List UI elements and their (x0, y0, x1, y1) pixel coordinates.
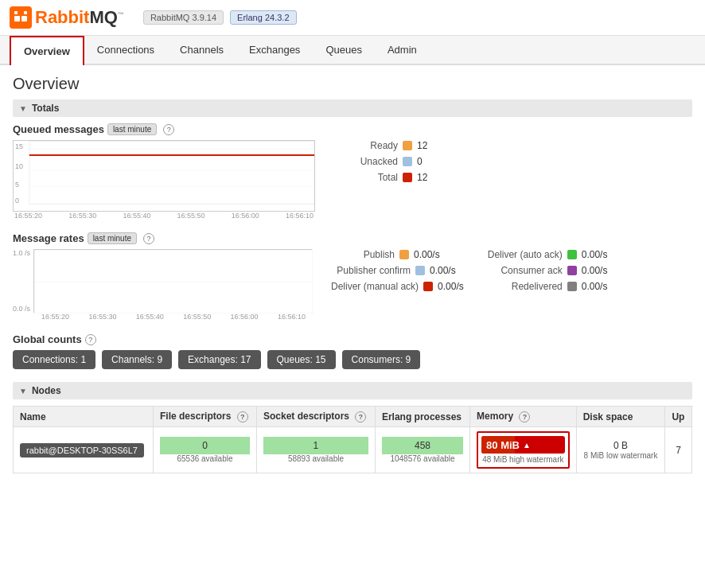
message-rates-label: Message rates (13, 232, 84, 244)
erlang-version-badge: Erlang 24.3.2 (230, 10, 296, 25)
file-descriptors-help-icon[interactable]: ? (237, 411, 248, 423)
queued-messages-stats: 15 10 5 0 16:55:20 (13, 140, 692, 220)
connections-count-badge[interactable]: Connections: 1 (13, 350, 95, 369)
nav-item-queues[interactable]: Queues (313, 36, 375, 64)
message-rates-time-badge[interactable]: last minute (88, 232, 137, 244)
message-rates-stats: 1.0 /s 0.0 /s 16:55:20 16:55:30 16:55:40 (13, 249, 692, 321)
disk-space-cell: 0 B 8 MiB low watermark (576, 427, 665, 473)
legend-label-publisher-confirm: Publisher confirm (331, 265, 411, 276)
col-memory: Memory ? (470, 407, 577, 427)
nodes-title: Nodes (32, 385, 61, 396)
erlang-processes-available: 1048576 available (382, 454, 463, 463)
memory-bar-text: 80 MiB (486, 439, 520, 451)
y-label-bottom: 0.0 /s (13, 305, 30, 313)
node-name-badge: rabbit@DESKTOP-30SS6L7 (20, 443, 144, 458)
table-row: rabbit@DESKTOP-30SS6L7 0 65536 available… (14, 427, 692, 473)
legend-item-redelivered: Redelivered 0.00/s (483, 281, 610, 292)
memory-cell: 80 MiB ▲ 48 MiB high watermark (470, 427, 577, 473)
message-rates-chart (33, 249, 312, 313)
legend-dot-redelivered (567, 282, 577, 291)
legend-value-unacked: 0 (417, 156, 423, 167)
message-rates-chart-container: 1.0 /s 0.0 /s 16:55:20 16:55:30 16:55:40 (13, 249, 312, 321)
file-descriptors-available: 65536 available (160, 454, 250, 463)
message-rates-legend-left: Publish 0.00/s Publisher confirm 0.00/s … (331, 249, 464, 292)
nav-item-admin[interactable]: Admin (375, 36, 430, 64)
uptime-value: 7 (676, 445, 681, 456)
legend-dot-deliver-manual (423, 282, 433, 291)
global-counts-label-row: Global counts ? (13, 333, 692, 345)
legend-value-deliver-manual: 0.00/s (438, 281, 464, 292)
nav-item-exchanges[interactable]: Exchanges (236, 36, 313, 64)
legend-item-publish: Publish 0.00/s (331, 249, 464, 260)
socket-descriptors-value: 1 (263, 437, 368, 454)
channels-count-badge[interactable]: Channels: 9 (102, 350, 172, 369)
nodes-table-body: rabbit@DESKTOP-30SS6L7 0 65536 available… (14, 427, 692, 473)
queued-messages-help-icon[interactable]: ? (163, 124, 174, 135)
global-counts-help-icon[interactable]: ? (85, 334, 96, 345)
exchanges-count-badge[interactable]: Exchanges: 17 (178, 350, 260, 369)
time-label-4: 16:55:50 (177, 212, 205, 220)
memory-help-icon[interactable]: ? (519, 411, 530, 423)
legend-item-ready: Ready 12 (334, 140, 462, 151)
legend-item-deliver-auto: Deliver (auto ack) 0.00/s (483, 249, 610, 260)
svg-text:5: 5 (15, 181, 19, 189)
queued-messages-chart-container: 15 10 5 0 16:55:20 (13, 140, 315, 220)
nodes-arrow-icon: ▼ (19, 387, 27, 395)
time-label-3: 16:55:40 (123, 212, 150, 220)
nav-item-channels[interactable]: Channels (167, 36, 236, 64)
message-rates-svg (34, 250, 313, 313)
message-rates-help-icon[interactable]: ? (143, 233, 154, 244)
legend-label-ready: Ready (334, 140, 398, 151)
legend-value-redelivered: 0.00/s (582, 281, 608, 292)
message-rates-section: Message rates last minute ? 1.0 /s 0.0 /… (13, 232, 692, 321)
legend-label-publish: Publish (331, 249, 395, 260)
svg-text:15: 15 (15, 142, 23, 150)
memory-bar-icon: ▲ (523, 441, 531, 450)
logo-icon (10, 6, 32, 29)
message-rates-chart-with-labels: 1.0 /s 0.0 /s (13, 249, 312, 313)
content: Overview ▼ Totals Queued messages last m… (0, 65, 705, 496)
consumers-count-badge[interactable]: Consumers: 9 (342, 350, 421, 369)
svg-rect-8 (29, 141, 314, 204)
legend-item-deliver-manual: Deliver (manual ack) 0.00/s (331, 281, 464, 292)
totals-section: ▼ Totals Queued messages last minute ? 1… (13, 99, 692, 220)
nodes-section-header: ▼ Nodes (13, 382, 692, 399)
legend-value-consumer-ack: 0.00/s (582, 265, 608, 276)
message-rates-legend-right: Deliver (auto ack) 0.00/s Consumer ack 0… (483, 249, 610, 292)
time-label-1: 16:55:20 (14, 212, 42, 220)
col-uptime: Up (665, 407, 692, 427)
y-label-top: 1.0 /s (13, 249, 30, 257)
memory-watermark: 48 MiB high watermark (481, 455, 565, 464)
r-time-1: 16:55:20 (41, 313, 69, 321)
nav: Overview Connections Channels Exchanges … (0, 36, 705, 65)
totals-section-header: ▼ Totals (13, 99, 692, 117)
queued-messages-label-row: Queued messages last minute ? (13, 123, 692, 135)
legend-dot-deliver-auto (567, 250, 577, 259)
legend-value-publish: 0.00/s (414, 249, 440, 260)
rates-chart-time-labels: 16:55:20 16:55:30 16:55:40 16:55:50 16:5… (13, 313, 307, 321)
nav-item-overview[interactable]: Overview (10, 36, 84, 65)
logo: RabbitMQ™ (10, 6, 124, 29)
queued-messages-time-badge[interactable]: last minute (107, 123, 157, 135)
nav-item-connections[interactable]: Connections (84, 36, 167, 64)
col-socket-descriptors: Socket descriptors ? (256, 407, 375, 427)
r-time-4: 16:55:50 (183, 313, 211, 321)
legend-dot-publisher-confirm (415, 266, 425, 275)
message-rates-y-labels: 1.0 /s 0.0 /s (13, 249, 33, 313)
r-time-2: 16:55:30 (88, 313, 116, 321)
socket-descriptors-help-icon[interactable]: ? (355, 411, 366, 423)
node-name-cell: rabbit@DESKTOP-30SS6L7 (14, 427, 154, 473)
col-name: Name (14, 407, 154, 427)
legend-label-deliver-auto: Deliver (auto ack) (483, 249, 563, 260)
memory-bar: 80 MiB ▲ (481, 436, 565, 454)
logo-tm: ™ (118, 11, 124, 18)
col-erlang-processes: Erlang processes (375, 407, 469, 427)
queued-messages-svg: 15 10 5 0 (14, 141, 314, 204)
legend-item-publisher-confirm: Publisher confirm 0.00/s (331, 265, 464, 276)
file-descriptors-cell: 0 65536 available (154, 427, 257, 473)
legend-label-total: Total (334, 172, 398, 183)
col-file-descriptors: File descriptors ? (154, 407, 257, 427)
queues-count-badge[interactable]: Queues: 15 (267, 350, 336, 369)
logo-text: RabbitMQ™ (35, 7, 124, 28)
memory-cell-inner: 80 MiB ▲ 48 MiB high watermark (477, 431, 570, 469)
